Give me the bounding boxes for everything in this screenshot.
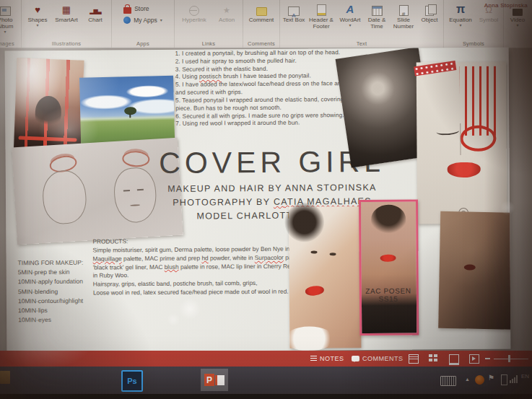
chevron-down-icon: ▾ <box>160 18 162 22</box>
comments-label: COMMENTS <box>362 355 404 362</box>
reading-view-button[interactable] <box>449 354 459 365</box>
header-footer-icon <box>317 4 326 16</box>
header-footer-button[interactable]: Header & Footer <box>307 1 336 30</box>
red-lips-model-photo[interactable] <box>289 206 361 348</box>
notes-icon <box>310 356 317 361</box>
hyperlink-icon <box>189 6 199 16</box>
network-signal-icon[interactable] <box>510 375 518 383</box>
photo-album-label: Photo Album <box>0 17 19 30</box>
carousel-photo[interactable] <box>14 58 84 157</box>
slideshow-button[interactable] <box>469 354 479 364</box>
language-indicator[interactable]: EN <box>521 374 529 380</box>
slide-sorter-view-button[interactable] <box>429 354 437 362</box>
action-button[interactable]: Action <box>213 1 240 23</box>
polka-dot-tape <box>414 61 456 76</box>
group-name-text: Text <box>280 40 443 47</box>
wordart-button[interactable]: WordArt ▾ <box>337 1 363 27</box>
group-name-comments: Comments <box>243 40 279 47</box>
slide-number-button[interactable]: Slide Number <box>391 1 417 30</box>
ribbon-group-text: Text Box Header & Footer WordArt ▾ Date … <box>280 0 444 48</box>
sky-tree-photo[interactable] <box>79 76 175 147</box>
notes-button[interactable]: NOTES <box>310 351 344 367</box>
ribbon-insert-tab: Photo Album ▾ Images Shapes ▾ SmartArt C… <box>0 0 532 48</box>
powerpoint-window: Photo Album ▾ Images Shapes ▾ SmartArt C… <box>0 0 532 399</box>
step-line: 5. I have added the latex/wool face/head… <box>175 80 362 97</box>
tree-shape <box>124 107 136 115</box>
chevron-down-icon: ▾ <box>4 30 6 34</box>
model-white-collar <box>284 326 334 351</box>
action-icon <box>223 3 230 16</box>
smartart-button[interactable]: SmartArt <box>53 1 80 23</box>
text-box-icon <box>288 6 300 16</box>
photoshop-logo-text: Ps <box>127 377 136 385</box>
powerpoint-taskbar-icon[interactable]: P <box>201 369 228 391</box>
zac-posen-runway-photo[interactable]: ZAC POSEN SS15 <box>359 199 419 336</box>
date-time-icon <box>372 6 383 16</box>
slide-canvas[interactable]: 1. I created a ponytail, by brushing all… <box>5 48 511 353</box>
object-button[interactable]: Object <box>418 1 441 23</box>
tray-expand-icon[interactable]: ▲ <box>465 377 470 382</box>
tray-app-icon[interactable] <box>475 375 484 385</box>
chevron-down-icon: ▾ <box>349 23 351 27</box>
ribbon-group-illustrations: Shapes ▾ SmartArt Chart Illustrations <box>22 0 112 48</box>
windows-taskbar: Ps P ▲ ⚑ EN <box>0 367 532 394</box>
shapes-icon <box>35 3 40 16</box>
sepia-model-photo[interactable] <box>438 211 510 330</box>
my-apps-button[interactable]: My Apps ▾ <box>123 17 162 24</box>
zoom-slider-track[interactable] <box>494 359 528 359</box>
chevron-down-icon: ▾ <box>516 23 518 27</box>
text-box-button[interactable]: Text Box <box>282 1 305 23</box>
model-hair <box>284 202 324 242</box>
comments-icon <box>352 356 359 361</box>
model-eyes <box>310 250 317 253</box>
model-red-lips <box>305 285 324 297</box>
carousel-silhouette <box>35 95 62 128</box>
account-name[interactable]: Anna Stopinska <box>484 2 528 9</box>
hyperlink-button[interactable]: Hyperlink <box>177 1 212 23</box>
action-center-flag-icon[interactable]: ⚑ <box>488 374 494 382</box>
slide-edit-area: 1. I created a ponytail, by brushing all… <box>0 48 532 351</box>
photo-album-icon <box>0 6 11 16</box>
store-button[interactable]: Store <box>123 4 162 14</box>
face-chart-illustration[interactable] <box>417 62 507 224</box>
object-icon <box>425 6 434 16</box>
photoshop-taskbar-icon[interactable]: Ps <box>121 370 143 392</box>
date-time-button[interactable]: Date & Time <box>365 1 389 30</box>
equation-button[interactable]: Equation ▾ <box>446 1 475 27</box>
group-name-images: Images <box>0 40 21 47</box>
timing-line: 10MIN-eyes <box>18 315 112 325</box>
red-lips-drawing <box>448 162 481 177</box>
comments-button[interactable]: COMMENTS <box>352 351 404 367</box>
chart-button[interactable]: Chart <box>82 1 109 23</box>
comment-button[interactable]: Comment <box>245 1 277 23</box>
group-name-illustrations: Illustrations <box>22 40 111 47</box>
group-name-symbols: Symbols <box>444 40 503 47</box>
shapes-button[interactable]: Shapes ▾ <box>24 1 51 27</box>
smartart-icon <box>62 3 71 16</box>
wordart-icon <box>346 3 354 16</box>
normal-view-button[interactable] <box>409 354 419 364</box>
my-apps-icon <box>123 17 131 24</box>
battery-icon[interactable] <box>501 374 507 385</box>
runway-model-hair <box>371 204 406 233</box>
sepia-model-lips <box>463 264 475 270</box>
store-icon <box>123 7 131 14</box>
zac-posen-caption: ZAC POSEN SS15 <box>359 287 418 304</box>
steps-textbox[interactable]: 1. I created a ponytail, by brushing all… <box>175 49 362 128</box>
chevron-down-icon: ▾ <box>36 23 38 27</box>
comment-icon <box>256 7 267 16</box>
photo-album-button[interactable]: Photo Album ▾ <box>0 1 19 34</box>
taskbar-partial-icon[interactable] <box>0 371 10 384</box>
chevron-down-icon: ▾ <box>459 23 461 27</box>
ribbon-group-comments: Comment Comments <box>243 0 280 48</box>
touch-keyboard-icon[interactable] <box>440 376 456 386</box>
ribbon-group-apps: Store My Apps ▾ Apps <box>112 0 175 48</box>
timing-line: 10MIN-lips <box>18 305 112 315</box>
zoom-out-button[interactable] <box>485 358 490 359</box>
notes-label: NOTES <box>320 355 344 362</box>
equation-icon <box>456 3 465 16</box>
zoom-slider-handle[interactable] <box>508 355 510 362</box>
ribbon-group-images: Photo Album ▾ Images <box>0 0 22 48</box>
red-wool-blob <box>460 126 496 152</box>
ribbon-group-links: Hyperlink Action Links <box>175 0 243 48</box>
